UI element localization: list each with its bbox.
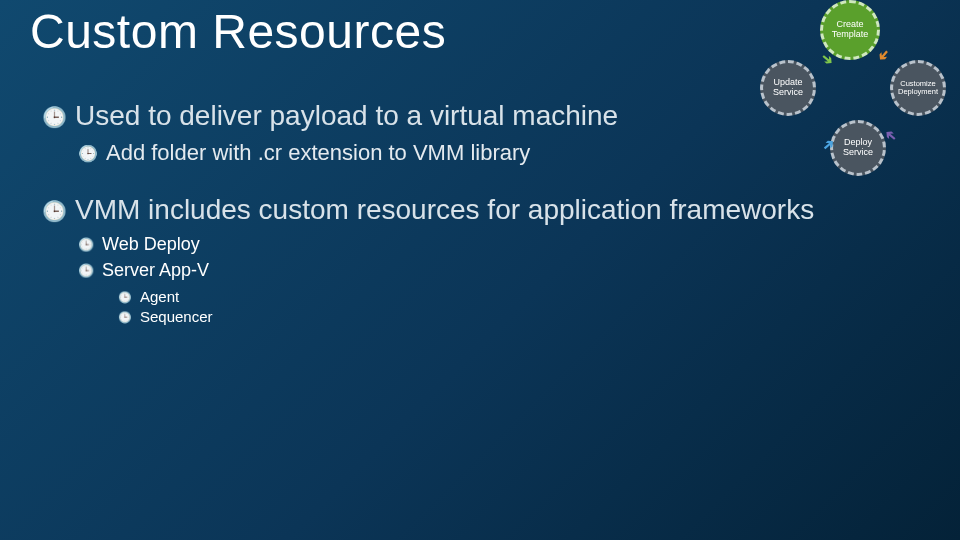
clock-icon: 🕒: [78, 263, 94, 278]
diagram-node-label: Deploy Service: [833, 138, 883, 158]
bullet-level1: 🕒VMM includes custom resources for appli…: [42, 194, 814, 226]
clock-icon: 🕒: [78, 144, 98, 163]
bullet-level1: 🕒Used to deliver payload to a virtual ma…: [42, 100, 618, 132]
clock-icon: 🕒: [42, 199, 67, 223]
bullet-level2: 🕒Add folder with .cr extension to VMM li…: [78, 140, 530, 166]
diagram-node-customize-deployment: Customize Deployment: [890, 60, 946, 116]
bullet-text: Sequencer: [140, 308, 213, 325]
clock-icon: 🕒: [118, 311, 132, 324]
bullet-text: Add folder with .cr extension to VMM lib…: [106, 140, 530, 165]
arrow-icon: ➔: [874, 46, 894, 65]
clock-icon: 🕒: [42, 105, 67, 129]
bullet-level3: 🕒Web Deploy: [78, 234, 200, 255]
bullet-level4: 🕒Sequencer: [118, 308, 213, 325]
diagram-node-update-service: Update Service: [760, 60, 816, 116]
bullet-level4: 🕒Agent: [118, 288, 179, 305]
diagram-node-deploy-service: Deploy Service: [830, 120, 886, 176]
clock-icon: 🕒: [78, 237, 94, 252]
bullet-text: VMM includes custom resources for applic…: [75, 194, 814, 225]
clock-icon: 🕒: [118, 291, 132, 304]
bullet-text: Used to deliver payload to a virtual mac…: [75, 100, 618, 131]
diagram-node-label: Customize Deployment: [896, 80, 940, 97]
bullet-text: Agent: [140, 288, 179, 305]
bullet-level3: 🕒Server App-V: [78, 260, 209, 281]
diagram-node-label: Update Service: [763, 78, 813, 98]
bullet-text: Web Deploy: [102, 234, 200, 254]
bullet-text: Server App-V: [102, 260, 209, 280]
page-title: Custom Resources: [30, 4, 446, 59]
diagram-node-label: Create Template: [823, 20, 877, 40]
